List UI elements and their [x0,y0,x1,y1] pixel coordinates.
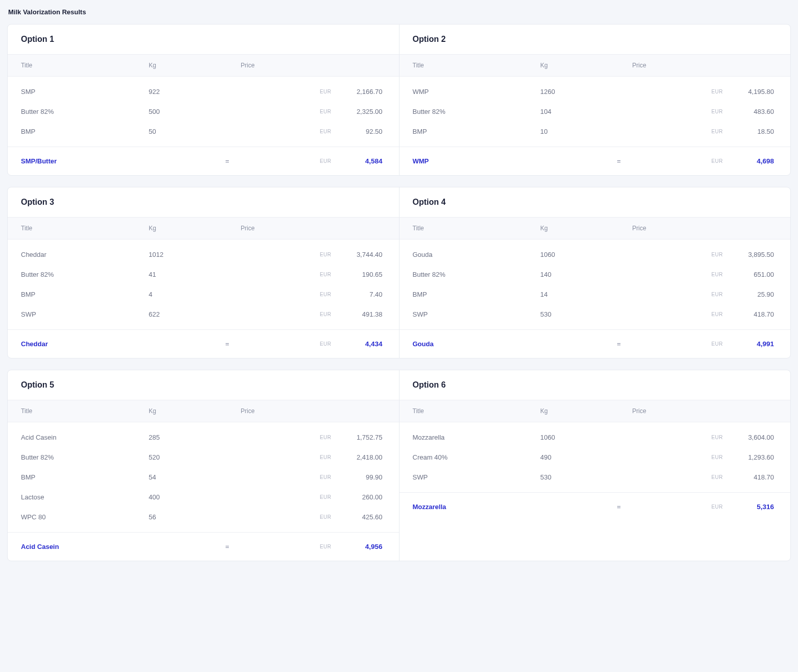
table-row: BMP50EUR92.50 [21,122,386,141]
cell-title: Butter 82% [21,271,149,278]
currency-label: EUR [320,89,332,94]
column-header-kg: Kg [149,407,225,415]
cell-price: EUR2,418.00 [225,453,386,461]
column-header-price: Price [225,225,386,232]
currency-label: EUR [711,129,723,134]
cell-price: EUR92.50 [225,128,386,135]
summary-title: Cheddar [21,340,149,348]
cell-title: SWP [413,310,541,318]
currency-label: EUR [711,341,723,347]
cell-kg: 400 [149,493,225,501]
price-value: 92.50 [347,128,383,135]
table-row: SWP530EUR418.70 [413,304,778,324]
currency-label: EUR [711,158,723,164]
cell-kg: 1060 [541,434,617,441]
summary-price: EUR4,698 [636,157,777,165]
column-header-kg: Kg [149,225,225,232]
price-value: 4,195.80 [738,88,774,95]
table-row: Mozzarella1060EUR3,604.00 [413,427,778,447]
equals-sign: = [225,340,229,348]
summary-total: 4,434 [347,340,383,348]
column-header-title: Title [413,62,541,69]
option-row: Option 1TitleKgPriceSMP922EUR2,166.70But… [7,24,791,176]
currency-label: EUR [711,292,723,297]
cell-kg: 1060 [541,251,617,258]
table-row: Cheddar1012EUR3,744.40 [21,245,386,265]
currency-label: EUR [320,311,332,317]
column-header-title: Title [413,407,541,415]
column-header-price: Price [617,62,778,69]
currency-label: EUR [320,341,332,347]
option-panel: Option 4TitleKgPriceGouda1060EUR3,895.50… [399,187,791,358]
currency-label: EUR [711,272,723,277]
price-value: 3,604.00 [738,434,774,441]
column-header-price: Price [225,407,386,415]
cell-price: EUR3,895.50 [617,251,778,258]
column-header-title: Title [21,407,149,415]
currency-label: EUR [320,292,332,297]
equals-sign: = [225,543,229,550]
cell-price: EUR25.90 [617,291,778,298]
table-row: Lactose400EUR260.00 [21,487,386,507]
cell-kg: 4 [149,291,225,298]
currency-label: EUR [320,494,332,500]
cell-kg: 922 [149,88,225,95]
option-footer: Acid Casein=EUR4,956 [8,532,399,561]
results-grid: Option 1TitleKgPriceSMP922EUR2,166.70But… [7,24,791,561]
summary-total: 4,698 [738,157,774,165]
column-header-price: Price [617,225,778,232]
column-header-title: Title [21,225,149,232]
column-header-title: Title [413,225,541,232]
summary-title: Gouda [413,340,541,348]
price-value: 1,752.75 [347,434,383,441]
cell-price: EUR418.70 [617,310,778,318]
summary-price: EUR4,584 [245,157,386,165]
summary-total: 4,956 [347,543,383,550]
cell-kg: 14 [541,291,617,298]
cell-title: WMP [413,88,541,95]
summary-total: 4,584 [347,157,383,165]
price-value: 99.90 [347,473,383,481]
price-value: 425.60 [347,513,383,521]
price-value: 25.90 [738,291,774,298]
table-header: TitleKgPrice [8,54,399,77]
currency-label: EUR [320,435,332,440]
currency-label: EUR [320,109,332,114]
cell-kg: 10 [541,128,617,135]
summary-title: Mozzarella [413,503,541,511]
cell-price: EUR1,293.60 [617,453,778,461]
table-row: Cream 40%490EUR1,293.60 [413,447,778,467]
cell-price: EUR2,325.00 [225,108,386,115]
column-header-price: Price [617,407,778,415]
cell-title: BMP [21,473,149,481]
option-panel: Option 5TitleKgPriceAcid Casein285EUR1,7… [8,370,399,561]
currency-label: EUR [711,454,723,460]
cell-title: BMP [21,291,149,298]
cell-price: EUR491.38 [225,310,386,318]
equals-sign: = [617,340,621,348]
cell-title: SWP [21,310,149,318]
option-heading: Option 6 [400,370,791,400]
currency-label: EUR [320,544,332,549]
table-row: Butter 82%104EUR483.60 [413,102,778,122]
summary-price: EUR4,434 [245,340,386,348]
option-footer: Mozzarella=EUR5,316 [400,492,791,521]
option-heading: Option 4 [400,187,791,217]
equals-sign: = [617,503,621,511]
price-value: 18.50 [738,128,774,135]
cell-kg: 500 [149,108,225,115]
cell-title: Acid Casein [21,434,149,441]
table-body: Acid Casein285EUR1,752.75Butter 82%520EU… [8,422,399,532]
cell-title: Butter 82% [413,271,541,278]
table-header: TitleKgPrice [400,400,791,422]
currency-label: EUR [320,272,332,277]
cell-title: Gouda [413,251,541,258]
option-heading: Option 2 [400,25,791,54]
column-header-kg: Kg [541,62,617,69]
price-value: 2,418.00 [347,453,383,461]
cell-price: EUR2,166.70 [225,88,386,95]
cell-price: EUR483.60 [617,108,778,115]
cell-kg: 140 [541,271,617,278]
cell-title: SMP [21,88,149,95]
cell-price: EUR18.50 [617,128,778,135]
